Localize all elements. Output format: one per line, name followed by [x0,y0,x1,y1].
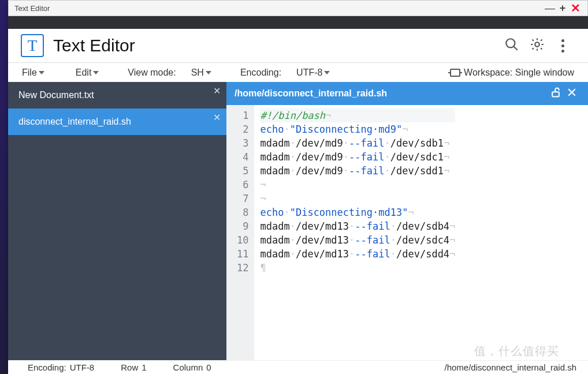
close-icon[interactable]: ✕ [213,85,221,96]
sidebar-item-label: disconnect_internal_raid.sh [18,117,131,126]
code-text[interactable]: #!/bin/bash¬echo·"Disconnecting·md9"¬mda… [254,105,461,360]
more-menu-button[interactable] [550,33,575,58]
viewmode-label: View mode: [128,68,176,78]
encoding-select[interactable]: UTF-8 [294,68,332,78]
workspace-icon [450,69,460,77]
window-titlebar[interactable]: Text Editor — + ✕ [8,0,588,16]
statusbar: Encoding: UTF-8 Row 1 Column 0 /home/dis… [8,360,588,374]
line-number: 11 [237,247,248,261]
chevron-down-icon [206,71,211,74]
unlock-button[interactable] [548,85,564,102]
settings-button[interactable] [524,33,550,58]
window-minimize-button[interactable]: — [544,2,556,14]
status-col-label: Column [173,362,203,372]
viewmode-select[interactable]: SH [189,68,214,78]
svg-line-1 [514,47,518,50]
menu-file[interactable]: File [20,68,47,78]
line-number: 6 [237,178,248,192]
line-number: 10 [237,233,248,247]
code-line[interactable]: ¬ [260,178,455,192]
menu-edit[interactable]: Edit [73,68,102,78]
text-editor-window: Text Editor — + ✕ T Text Editor [8,0,588,374]
code-line[interactable]: mdadm·/dev/md13·--fail·/dev/sdd4¬ [260,247,455,261]
window-title: Text Editor [14,4,50,13]
code-line[interactable]: mdadm·/dev/md9·--fail·/dev/sdb1¬ [260,136,455,150]
sidebar-item[interactable]: New Document.txt✕ [8,82,226,109]
code-area[interactable]: 123456789101112 #!/bin/bash¬echo·"Discon… [226,105,588,360]
app-title: Text Editor [53,36,135,55]
line-number: 8 [237,205,248,219]
chevron-down-icon [39,71,44,74]
editor-header: /home/disconnect_internal_raid.sh [226,82,588,105]
sidebar-item[interactable]: disconnect_internal_raid.sh✕ [8,109,226,135]
menubar: File Edit View mode: SH Encoding: UTF-8 … [8,62,588,82]
code-line[interactable]: mdadm·/dev/md13·--fail·/dev/sdb4¬ [260,219,455,233]
status-col-value: 0 [206,362,211,372]
status-encoding-label: Encoding: [28,362,66,372]
line-number: 2 [237,122,248,136]
main-area: New Document.txt✕disconnect_internal_rai… [8,82,588,360]
line-number: 12 [237,261,248,275]
code-line[interactable]: ¬ [260,192,455,205]
close-icon [566,87,578,100]
search-button[interactable] [499,33,524,58]
sidebar-item-label: New Document.txt [18,90,94,100]
editor-close-button[interactable] [564,85,580,102]
line-number: 3 [237,136,248,150]
window-close-button[interactable]: ✕ [569,2,582,14]
code-editor: /home/disconnect_internal_raid.sh 12 [226,82,588,360]
window-maximize-button[interactable]: + [556,2,569,14]
workspace-mode-button[interactable]: Workspace: Single window [448,68,576,78]
line-number: 9 [237,219,248,233]
line-number: 7 [237,192,248,205]
code-line[interactable]: mdadm·/dev/md9·--fail·/dev/sdd1¬ [260,164,455,178]
app-icon: T [21,34,44,57]
status-row-value: 1 [142,362,146,372]
decorative-band [8,16,588,29]
line-number: 5 [237,164,248,178]
code-line[interactable]: echo·"Disconnecting·md13"¬ [260,205,455,219]
line-number: 1 [237,109,248,122]
editor-filepath: /home/disconnect_internal_raid.sh [235,88,387,99]
gear-icon [530,37,545,54]
status-filepath: /home/disconnect_internal_raid.sh [445,362,576,372]
code-line[interactable]: mdadm·/dev/md9·--fail·/dev/sdc1¬ [260,150,455,164]
code-line[interactable]: mdadm·/dev/md13·--fail·/dev/sdc4¬ [260,233,455,247]
app-header: T Text Editor [8,29,588,62]
search-icon [504,37,519,54]
chevron-down-icon [324,71,330,74]
file-sidebar: New Document.txt✕disconnect_internal_rai… [8,82,226,360]
line-number: 4 [237,150,248,164]
workspace-label: Workspace: Single window [464,68,574,78]
close-icon[interactable]: ✕ [213,112,221,123]
status-encoding-value: UTF-8 [70,362,95,372]
code-line[interactable]: echo·"Disconnecting·md9"¬ [260,122,455,136]
status-row-label: Row [121,362,138,372]
code-line[interactable]: #!/bin/bash¬ [260,109,455,122]
encoding-label: Encoding: [240,68,281,78]
svg-point-2 [535,42,539,47]
code-line[interactable]: ¶ [260,261,455,275]
chevron-down-icon [93,71,99,74]
svg-point-0 [506,39,515,47]
svg-rect-3 [552,92,559,96]
unlock-icon [550,87,561,100]
line-number-gutter: 123456789101112 [226,105,254,360]
